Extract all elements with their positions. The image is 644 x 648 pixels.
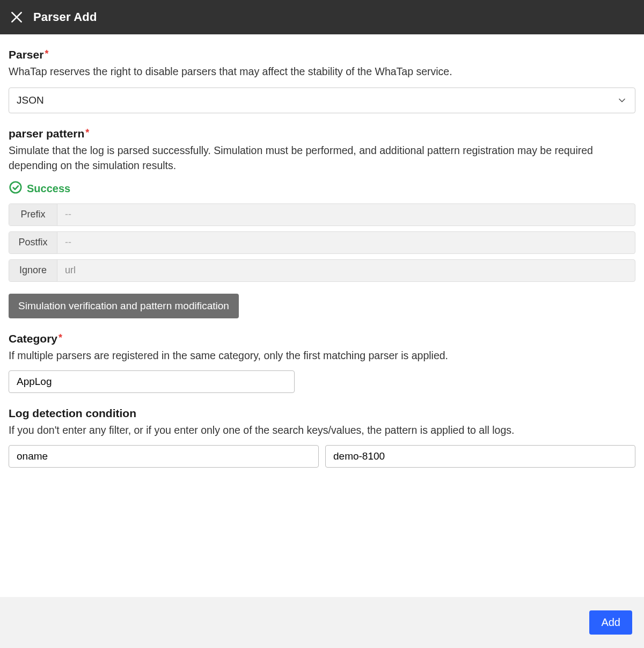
prefix-input[interactable]	[57, 204, 635, 225]
modal-title: Parser Add	[33, 10, 97, 24]
status-text: Success	[27, 183, 70, 195]
svg-point-2	[10, 182, 21, 193]
chevron-down-icon	[617, 95, 627, 106]
status-success: Success	[9, 180, 635, 197]
detection-label: Log detection condition	[9, 407, 136, 420]
required-mark: *	[85, 127, 89, 138]
pattern-desc: Simulate that the log is parsed successf…	[9, 143, 635, 173]
required-mark: *	[45, 48, 48, 59]
category-label: Category	[9, 332, 57, 345]
prefix-row: Prefix	[9, 203, 635, 226]
postfix-input[interactable]	[57, 232, 635, 253]
detection-desc: If you don't enter any filter, or if you…	[9, 423, 635, 438]
postfix-label: Postfix	[9, 232, 57, 253]
detection-value-input[interactable]	[325, 445, 635, 468]
category-input[interactable]	[9, 370, 295, 393]
close-icon[interactable]	[10, 10, 24, 24]
check-circle-icon	[9, 180, 23, 197]
footer: Add	[0, 597, 644, 648]
ignore-input[interactable]	[57, 260, 635, 281]
detection-key-input[interactable]	[9, 445, 319, 468]
ignore-row: Ignore	[9, 259, 635, 282]
parser-label: Parser	[9, 48, 43, 61]
postfix-row: Postfix	[9, 231, 635, 254]
pattern-label: parser pattern	[9, 127, 84, 140]
parser-desc: WhaTap reserves the right to disable par…	[9, 64, 635, 79]
parser-select-value: JSON	[17, 94, 44, 106]
ignore-label: Ignore	[9, 260, 57, 281]
prefix-label: Prefix	[9, 204, 57, 225]
category-desc: If multiple parsers are registered in th…	[9, 348, 635, 363]
simulation-button[interactable]: Simulation verification and pattern modi…	[9, 294, 239, 318]
parser-select[interactable]: JSON	[9, 88, 635, 113]
add-button[interactable]: Add	[589, 610, 632, 635]
required-mark: *	[58, 332, 62, 343]
